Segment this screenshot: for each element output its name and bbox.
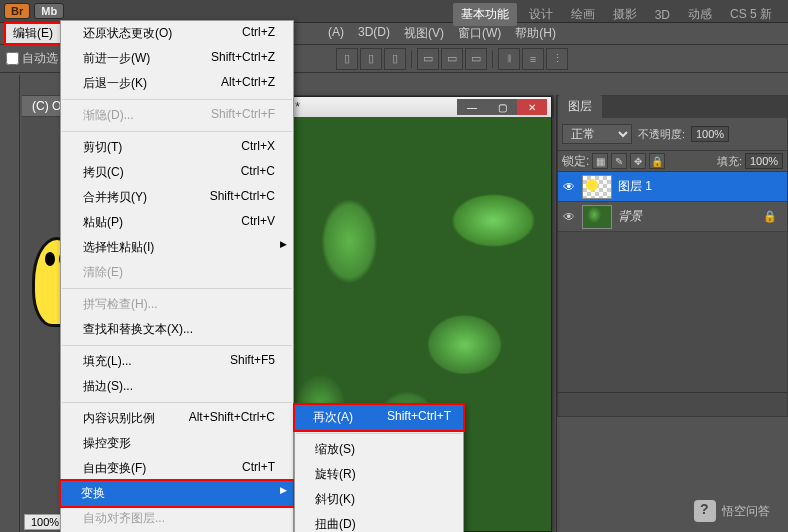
window-close-button[interactable]: ✕: [517, 99, 547, 115]
align-middle-icon[interactable]: ▭: [441, 48, 463, 70]
submenu-item-label: 再次(A): [313, 409, 353, 426]
menu-window[interactable]: 窗口(W): [458, 25, 501, 42]
layer-thumbnail[interactable]: [582, 175, 612, 199]
menu-item-label: 内容识别比例: [83, 410, 155, 427]
bridge-button[interactable]: Br: [4, 3, 30, 19]
menu-item-label: 拷贝(C): [83, 164, 124, 181]
lock-brush-icon[interactable]: ✎: [611, 153, 627, 169]
layer-thumbnail[interactable]: [582, 205, 612, 229]
menu-item[interactable]: 还原状态更改(O)Ctrl+Z: [61, 21, 293, 46]
auto-select-input[interactable]: [6, 52, 19, 65]
workspace-design[interactable]: 设计: [523, 4, 559, 25]
menu-item[interactable]: 描边(S)...: [61, 374, 293, 399]
separator: [411, 50, 412, 68]
distribute-h-icon[interactable]: ⫴: [498, 48, 520, 70]
lock-all-icon[interactable]: 🔒: [649, 153, 665, 169]
visibility-eye-icon[interactable]: 👁: [562, 180, 576, 194]
submenu-item[interactable]: 缩放(S): [295, 437, 463, 462]
menu-item-label: 自动对齐图层...: [83, 510, 165, 527]
menu-item[interactable]: 查找和替换文本(X)...: [61, 317, 293, 342]
opacity-value[interactable]: 100%: [691, 126, 729, 142]
menu-item-label: 还原状态更改(O): [83, 25, 172, 42]
align-right-icon[interactable]: ▯: [384, 48, 406, 70]
menu-item-label: 拼写检查(H)...: [83, 296, 158, 313]
menu-item-label: 自由变换(F): [83, 460, 146, 477]
lock-move-icon[interactable]: ✥: [630, 153, 646, 169]
menu-separator: [296, 433, 462, 434]
menu-item[interactable]: 变换▶: [59, 479, 295, 508]
menu-shortcut: Ctrl+V: [241, 214, 275, 231]
workspace-3d[interactable]: 3D: [649, 6, 676, 24]
menu-item[interactable]: 后退一步(K)Alt+Ctrl+Z: [61, 71, 293, 96]
menu-item[interactable]: 自由变换(F)Ctrl+T: [61, 456, 293, 481]
fill-value[interactable]: 100%: [745, 153, 783, 169]
lock-transparency-icon[interactable]: ▦: [592, 153, 608, 169]
distribute-v-icon[interactable]: ≡: [522, 48, 544, 70]
menu-shortcut: Alt+Ctrl+Z: [221, 75, 275, 92]
menu-3d[interactable]: 3D(D): [358, 25, 390, 42]
menu-item[interactable]: 选择性粘贴(I)▶: [61, 235, 293, 260]
layer-item[interactable]: 👁 图层 1: [558, 172, 787, 202]
workspace-painting[interactable]: 绘画: [565, 4, 601, 25]
align-left-icon[interactable]: ▯: [336, 48, 358, 70]
doc-tab-prefix: (C) O: [32, 99, 61, 113]
menu-a[interactable]: (A): [328, 25, 344, 42]
layer-name[interactable]: 背景: [618, 208, 642, 225]
submenu-item-label: 斜切(K): [315, 491, 355, 508]
menu-shortcut: Ctrl+C: [241, 164, 275, 181]
menu-item[interactable]: 合并拷贝(Y)Shift+Ctrl+C: [61, 185, 293, 210]
workspace-cs5new[interactable]: CS 5 新: [724, 4, 778, 25]
submenu-item[interactable]: 扭曲(D): [295, 512, 463, 532]
menu-item[interactable]: 填充(L)...Shift+F5: [61, 349, 293, 374]
align-center-h-icon[interactable]: ▯: [360, 48, 382, 70]
layer-name[interactable]: 图层 1: [618, 178, 652, 195]
menu-shortcut: Shift+Ctrl+F: [211, 107, 275, 124]
menu-item[interactable]: 粘贴(P)Ctrl+V: [61, 210, 293, 235]
auto-select-checkbox[interactable]: 自动选: [6, 50, 58, 67]
menu-item[interactable]: 内容识别比例Alt+Shift+Ctrl+C: [61, 406, 293, 431]
distribute-icon[interactable]: ⋮: [546, 48, 568, 70]
menu-item[interactable]: 前进一步(W)Shift+Ctrl+Z: [61, 46, 293, 71]
menu-item-label: 渐隐(D)...: [83, 107, 134, 124]
menu-shortcut: Shift+Ctrl+Z: [211, 50, 275, 67]
visibility-eye-icon[interactable]: 👁: [562, 210, 576, 224]
layers-empty-area: [558, 232, 787, 392]
align-bottom-icon[interactable]: ▭: [465, 48, 487, 70]
menu-separator: [62, 345, 292, 346]
submenu-item-label: 缩放(S): [315, 441, 355, 458]
lock-label: 锁定:: [562, 153, 589, 170]
menu-item[interactable]: 操控变形: [61, 431, 293, 456]
menu-item[interactable]: 拷贝(C)Ctrl+C: [61, 160, 293, 185]
tool-strip[interactable]: [0, 75, 20, 532]
submenu-item[interactable]: 再次(A)Shift+Ctrl+T: [293, 403, 465, 432]
menu-shortcut: Alt+Shift+Ctrl+C: [189, 410, 275, 427]
workspace-essentials[interactable]: 基本功能: [453, 3, 517, 26]
window-maximize-button[interactable]: ▢: [487, 99, 517, 115]
submenu-arrow-icon: ▶: [280, 485, 287, 495]
watermark: 悟空问答: [694, 500, 770, 522]
submenu-item-label: 旋转(R): [315, 466, 356, 483]
workspace-photography[interactable]: 摄影: [607, 4, 643, 25]
menu-help[interactable]: 帮助(H): [515, 25, 556, 42]
window-titlebar[interactable]: 8/8") * — ▢ ✕: [263, 97, 551, 117]
edit-menu-dropdown: 还原状态更改(O)Ctrl+Z前进一步(W)Shift+Ctrl+Z后退一步(K…: [60, 20, 294, 532]
submenu-item[interactable]: 旋转(R): [295, 462, 463, 487]
menu-view[interactable]: 视图(V): [404, 25, 444, 42]
menu-item-label: 选择性粘贴(I): [83, 239, 154, 256]
workspace-motion[interactable]: 动感: [682, 4, 718, 25]
menu-edit[interactable]: 编辑(E): [4, 22, 62, 45]
menu-item-label: 查找和替换文本(X)...: [83, 321, 193, 338]
menu-item-label: 填充(L)...: [83, 353, 132, 370]
menu-shortcut: Shift+Ctrl+T: [387, 409, 451, 426]
layers-tab[interactable]: 图层: [558, 95, 602, 118]
blend-mode-select[interactable]: 正常: [562, 124, 632, 144]
layer-item[interactable]: 👁 背景 🔒: [558, 202, 787, 232]
window-minimize-button[interactable]: —: [457, 99, 487, 115]
align-top-icon[interactable]: ▭: [417, 48, 439, 70]
menu-item[interactable]: 剪切(T)Ctrl+X: [61, 135, 293, 160]
menu-item-label: 变换: [81, 485, 105, 502]
minibridge-button[interactable]: Mb: [34, 3, 64, 19]
submenu-item[interactable]: 斜切(K): [295, 487, 463, 512]
menu-item-label: 清除(E): [83, 264, 123, 281]
menu-item: 清除(E): [61, 260, 293, 285]
